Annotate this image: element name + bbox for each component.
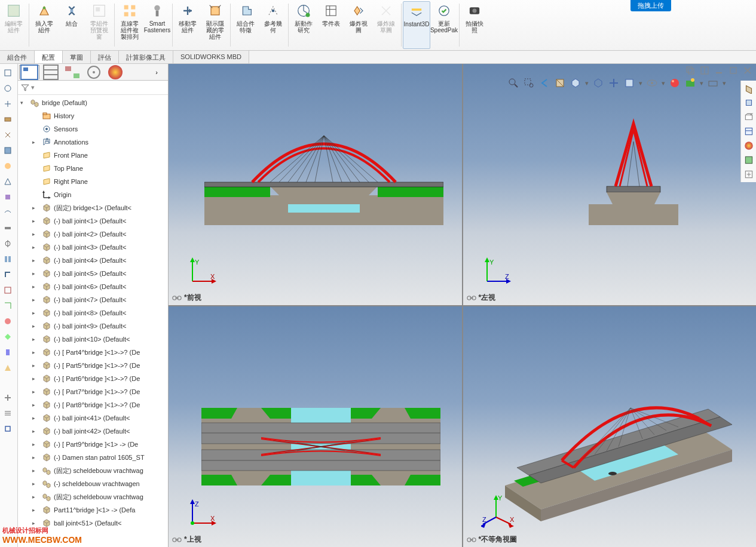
zoom-fit-icon[interactable] (507, 77, 519, 89)
display-style-icon[interactable] (592, 77, 604, 89)
tree-item[interactable]: ▸(-) ball joint<6> (Default< (18, 280, 168, 293)
left-tool-11[interactable] (1, 237, 14, 250)
left-tool-8[interactable] (1, 190, 14, 204)
viewport-front[interactable]: YX *前視 (169, 64, 462, 305)
settings-icon[interactable] (707, 77, 719, 89)
right-tool-3[interactable] (742, 125, 755, 138)
ribbon-更新-SpeedPak[interactable]: 更新SpeedPak (430, 1, 458, 49)
ribbon-移動零-組件[interactable]: 移動零組件 (174, 1, 201, 49)
ribbon-新動作-研究[interactable]: 新動作研究 (290, 1, 317, 49)
left-tool-18[interactable] (1, 346, 14, 359)
left-tool-7[interactable] (1, 175, 14, 188)
feature-tree-tab[interactable] (19, 65, 39, 79)
tree-item[interactable]: Right Plane (18, 175, 168, 188)
link-icon[interactable] (172, 294, 182, 302)
close-icon[interactable] (743, 66, 752, 75)
right-tool-6[interactable] (742, 168, 755, 181)
tree-item[interactable]: Front Plane (18, 149, 168, 162)
right-tool-0[interactable] (742, 82, 755, 95)
viewport-left[interactable]: ▾ ▾ ▾ ▾ ▾ YZ (463, 64, 757, 305)
left-tool-20[interactable] (1, 391, 14, 404)
tree-item[interactable]: ▸(-) ball joint<42> (Default< (18, 425, 168, 438)
left-tool-19[interactable] (1, 361, 14, 374)
ribbon-爆炸視-圖[interactable]: 爆炸視圖 (345, 1, 372, 49)
tab-配置[interactable]: 配置 (35, 51, 63, 63)
tree-item[interactable]: ▸(-) ball joint<5> (Default< (18, 267, 168, 280)
tree-item[interactable]: ▸(-) [ Part4^bridge ]<1>->? (De (18, 346, 168, 359)
tab-組合件[interactable]: 組合件 (0, 51, 35, 63)
minimize-icon[interactable] (714, 66, 724, 75)
tree-item[interactable]: ▸(固定) scheldebouw vrachtwag (18, 490, 168, 503)
tab-SOLIDWORKS MBD[interactable]: SOLIDWORKS MBD (173, 51, 249, 63)
left-tool-4[interactable] (1, 128, 14, 142)
ribbon-直線零-組件複-製排列[interactable]: 直線零組件複製排列 (116, 1, 143, 49)
tree-item[interactable]: ▸(-) ball joint<9> (Default< (18, 319, 168, 333)
tree-item[interactable]: ▸Part11^bridge ]<1> -> (Defa (18, 503, 168, 517)
tree-item[interactable]: ▸(-) ball joint<1> (Default< (18, 214, 168, 228)
link-icon[interactable] (172, 536, 182, 543)
right-tool-1[interactable] (742, 96, 755, 109)
ribbon-Smart-Fasteners[interactable]: SmartFasteners (143, 1, 171, 49)
left-tool-12[interactable] (1, 253, 14, 266)
left-tool-5[interactable] (1, 144, 14, 157)
ribbon-Instant3D[interactable]: Instant3D (403, 1, 430, 49)
zoom-area-icon[interactable] (523, 77, 535, 89)
prev-view-icon[interactable] (538, 77, 550, 89)
right-tool-5[interactable] (742, 153, 755, 167)
tree-item[interactable]: History (18, 109, 168, 122)
tab-計算影像工具[interactable]: 計算影像工具 (119, 51, 173, 63)
tree-item[interactable]: ▸(-) ball joint<10> (Default< (18, 333, 168, 346)
ribbon-顯示隱-藏的零-組件[interactable]: 顯示隱藏的零組件 (201, 1, 229, 49)
left-tool-21[interactable] (1, 407, 14, 420)
display-tab[interactable] (105, 65, 126, 79)
hide-show-icon[interactable] (608, 77, 620, 89)
config-tab[interactable] (62, 65, 82, 79)
left-tool-14[interactable] (1, 284, 14, 297)
ribbon-結合[interactable]: 結合 (58, 1, 85, 49)
tree-item[interactable]: ▸(-) [ Part8^bridge ]<1>->? (De (18, 398, 168, 411)
right-tool-4[interactable] (742, 139, 755, 152)
view-orient-icon[interactable] (570, 77, 581, 89)
edit-appear-icon[interactable] (623, 77, 635, 89)
tab-評估[interactable]: 評估 (91, 51, 119, 63)
expand-tab[interactable]: › (146, 65, 167, 79)
left-tool-1[interactable] (1, 82, 14, 95)
viewport-iso[interactable]: YXZ *不等角視圖 (463, 306, 757, 548)
tree-item[interactable]: ▸(-) [ Part7^bridge ]<1>->? (De (18, 385, 168, 398)
eye-icon[interactable] (646, 77, 658, 89)
maximize-icon[interactable] (729, 66, 738, 75)
filter-icon[interactable] (20, 83, 30, 93)
tree-item[interactable]: ▸(-) [ Part6^bridge ]<1>->? (De (18, 372, 168, 385)
tab-草圖[interactable]: 草圖 (63, 51, 91, 63)
dimxpert-tab[interactable] (84, 65, 104, 79)
left-tool-22[interactable] (1, 422, 14, 435)
link-icon[interactable] (467, 536, 476, 543)
tree-item[interactable]: Origin (18, 188, 168, 201)
tree-item[interactable]: Top Plane (18, 162, 168, 175)
scene-icon[interactable] (684, 77, 696, 89)
tree-item[interactable]: ▸(-) ball joint<41> (Default< (18, 411, 168, 425)
tree-item[interactable]: ▸(-) scheldebouw vrachtwagen (18, 477, 168, 490)
tree-item[interactable]: ▸(-) ball joint<3> (Default< (18, 241, 168, 254)
tree-item[interactable]: Sensors (18, 122, 168, 136)
tree-item[interactable]: ▸(-) [ Part9^bridge ]<1> -> (De (18, 438, 168, 451)
link-icon[interactable] (467, 294, 476, 302)
property-tab[interactable] (41, 65, 61, 79)
tile-icon[interactable] (700, 66, 709, 75)
cascade-icon[interactable] (685, 66, 695, 75)
left-tool-16[interactable] (1, 315, 14, 328)
tree-item[interactable]: ▸(-) ball joint<8> (Default< (18, 306, 168, 319)
left-tool-2[interactable] (1, 97, 14, 110)
ribbon-零件表[interactable]: 零件表 (317, 1, 345, 49)
tree-item[interactable]: ▸(-) Damen stan patrol 1605_ST (18, 451, 168, 464)
left-tool-10[interactable] (1, 222, 14, 235)
ribbon-組合件-特徵[interactable]: 組合件特徵 (232, 1, 259, 49)
ribbon-拍攝快-照[interactable]: 拍攝快照 (461, 1, 488, 49)
left-tool-6[interactable] (1, 159, 14, 173)
left-tool-0[interactable] (1, 66, 14, 79)
ribbon-參考幾-何[interactable]: 參考幾何 (259, 1, 287, 49)
tree-item[interactable]: ▸(固定) scheldebouw vrachtwag (18, 464, 168, 477)
tree-item[interactable]: ▸(-) [ Part5^bridge ]<1>->? (De (18, 359, 168, 372)
tree-item[interactable]: ▸(-) ball joint<7> (Default< (18, 293, 168, 306)
left-tool-17[interactable] (1, 330, 14, 343)
